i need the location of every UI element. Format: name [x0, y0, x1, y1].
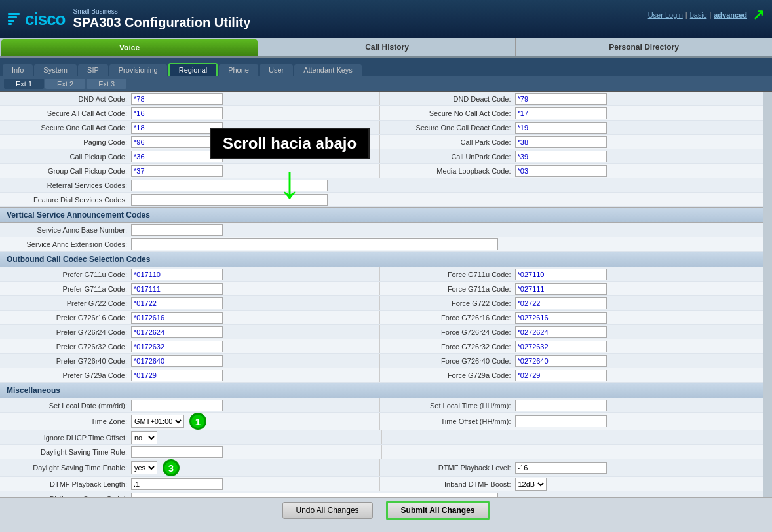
serviceanncext-input[interactable]	[131, 238, 498, 250]
form-col-right-secureone: Secure One Call Deact Code:	[379, 121, 763, 134]
localdate-label: Set Local Date (mm/dd):	[0, 402, 131, 409]
featuredial-input[interactable]	[131, 194, 328, 206]
form-row-ignoredhcp: Ignore DHCP Time Offset: yesno	[0, 430, 763, 445]
app-title: SPA303 Configuration Utility	[73, 15, 251, 30]
main-nav: Voice Call History Personal Directory	[0, 38, 772, 58]
prefer-g711a-input[interactable]	[131, 283, 223, 295]
submit-all-button[interactable]: Submit All Changes	[386, 501, 490, 520]
dnd-deact-input[interactable]	[515, 93, 607, 105]
callunpark-input[interactable]	[515, 151, 607, 162]
secure-one-act-label: Secure One Call Act Code:	[0, 124, 131, 132]
form-col-left-paging: Paging Code:	[0, 135, 379, 149]
inbanddtmf-select[interactable]: 6dB12dB18dBnone	[515, 478, 547, 491]
secure-one-deact-label: Secure One Call Deact Code:	[384, 124, 515, 132]
prefer-g726r40-input[interactable]	[131, 355, 223, 367]
sub-tab-user[interactable]: User	[260, 64, 293, 76]
dtmflength-input[interactable]	[131, 478, 223, 490]
sub-tab-provisioning[interactable]: Provisioning	[109, 64, 167, 76]
sub-tab-attendantkeys[interactable]: Attendant Keys	[294, 64, 362, 76]
ext-tab-1[interactable]: Ext 1	[4, 79, 44, 89]
dstenable-select[interactable]: yesno	[131, 461, 157, 474]
force-g711u-input[interactable]	[515, 269, 607, 280]
dtmfplayback-input[interactable]	[515, 462, 607, 474]
undo-all-button[interactable]: Undo All Changes	[282, 502, 373, 519]
form-col-right-callpickup: Call UnPark Code:	[379, 149, 763, 163]
dstrule-label: Daylight Saving Time Rule:	[0, 448, 131, 456]
cisco-bars-icon	[8, 13, 20, 25]
force-g711u-label: Force G711u Code:	[384, 271, 515, 278]
prefer-g726r16-label: Prefer G726r16 Code:	[0, 314, 131, 322]
prefer-g729a-input[interactable]	[131, 370, 223, 381]
serviceanncbase-input[interactable]	[131, 224, 223, 236]
dictscript-input[interactable]	[131, 493, 498, 497]
dtmfplayback-label: DTMF Playback Level:	[384, 464, 515, 472]
callunpark-label: Call UnPark Code:	[384, 153, 515, 161]
form-row-serviceanncbase: Service Annc Base Number:	[0, 223, 763, 237]
prefer-g726r32-input[interactable]	[131, 341, 223, 352]
timezone-select[interactable]: GMT-12:00GMT-11:00GMT-10:00 GMT-09:00GMT…	[131, 415, 184, 428]
callpark-input[interactable]	[515, 136, 607, 148]
timeoffset-input[interactable]	[515, 415, 607, 427]
form-row-serviceanncext: Service Annc Extension Codes:	[0, 237, 763, 252]
referral-input[interactable]	[131, 180, 328, 191]
force-g726r32-input[interactable]	[515, 341, 607, 352]
form-row-g729a: Prefer G729a Code: Force G729a Code:	[0, 368, 763, 383]
force-g726r16-label: Force G726r16 Code:	[384, 314, 515, 322]
groupcallpickup-input[interactable]	[131, 165, 223, 177]
secure-all-act-input[interactable]	[131, 107, 223, 119]
force-g722-input[interactable]	[515, 297, 607, 309]
arrow-up-right-icon: ↗	[752, 7, 764, 24]
form-row-g722: Prefer G722 Code: Force G722 Code:	[0, 296, 763, 311]
prefer-g726r32-label: Prefer G726r32 Code:	[0, 343, 131, 351]
dstrule-input[interactable]	[131, 446, 223, 458]
secure-no-act-label: Secure No Call Act Code:	[384, 109, 515, 117]
sub-tab-info[interactable]: Info	[3, 64, 33, 76]
form-col-left-referral: Referral Services Codes:	[0, 178, 763, 192]
dnd-act-input[interactable]	[131, 93, 223, 105]
force-g726r24-label: Force G726r24 Code:	[384, 328, 515, 336]
callpickup-input[interactable]	[131, 151, 223, 162]
ext-tab-2[interactable]: Ext 2	[45, 79, 85, 89]
paging-input[interactable]	[131, 136, 223, 148]
advanced-link[interactable]: advanced	[714, 11, 747, 19]
prefer-g722-input[interactable]	[131, 297, 223, 309]
prefer-g722-label: Prefer G722 Code:	[0, 299, 131, 307]
medialoopback-input[interactable]	[515, 165, 607, 177]
secure-one-act-input[interactable]	[131, 122, 223, 134]
basic-link[interactable]: basic	[690, 11, 707, 19]
prefer-g711u-label: Prefer G711u Code:	[0, 271, 131, 278]
form-row-referral: Referral Services Codes:	[0, 178, 763, 193]
sub-tab-phone[interactable]: Phone	[219, 64, 258, 76]
localdate-input[interactable]	[131, 400, 223, 411]
force-g726r40-input[interactable]	[515, 355, 607, 367]
force-g726r24-input[interactable]	[515, 326, 607, 338]
localtime-input[interactable]	[515, 400, 607, 411]
form-row-dnd: DND Act Code: DND Deact Code:	[0, 92, 763, 106]
sub-tabs-bar: Info System SIP Provisioning Regional Ph…	[0, 58, 772, 76]
force-g711a-input[interactable]	[515, 283, 607, 295]
medialoopback-label: Media Loopback Code:	[384, 167, 515, 175]
force-g729a-input[interactable]	[515, 370, 607, 381]
secure-no-act-input[interactable]	[515, 107, 607, 119]
miscellaneous-section: Miscellaneous Set Local Date (mm/dd): Se…	[0, 383, 763, 497]
prefer-g711u-input[interactable]	[131, 269, 223, 280]
main-nav-tab-callhistory[interactable]: Call History	[259, 38, 516, 56]
force-g726r16-input[interactable]	[515, 312, 607, 324]
ignoredhcp-select[interactable]: yesno	[131, 431, 157, 444]
ext-tab-3[interactable]: Ext 3	[87, 79, 126, 89]
form-row-dstrule: Daylight Saving Time Rule:	[0, 445, 763, 459]
sub-tab-regional[interactable]: Regional	[168, 63, 218, 76]
sub-tab-system[interactable]: System	[34, 64, 77, 76]
form-row-featuredial: Feature Dial Services Codes:	[0, 193, 763, 207]
form-col-left-featuredial: Feature Dial Services Codes:	[0, 193, 763, 206]
timeoffset-label: Time Offset (HH/mm):	[384, 417, 515, 425]
main-nav-tab-personaldirectory[interactable]: Personal Directory	[516, 38, 772, 56]
force-g726r32-label: Force G726r32 Code:	[384, 343, 515, 351]
form-row-localdate: Set Local Date (mm/dd): Set Local Time (…	[0, 398, 763, 413]
user-login-link[interactable]: User Login	[648, 11, 683, 19]
sub-tab-sip[interactable]: SIP	[78, 64, 108, 76]
prefer-g726r16-input[interactable]	[131, 312, 223, 324]
prefer-g726r24-input[interactable]	[131, 326, 223, 338]
main-nav-tab-voice[interactable]: Voice	[1, 39, 258, 56]
secure-one-deact-input[interactable]	[515, 122, 607, 134]
